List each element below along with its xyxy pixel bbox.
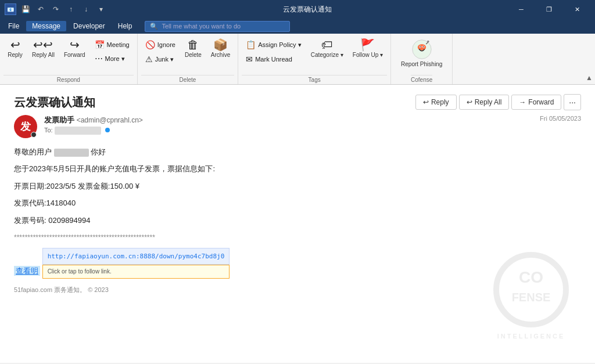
- meeting-icon: 📅: [95, 40, 105, 49]
- avatar: 发: [14, 115, 37, 138]
- archive-icon: 📦: [213, 39, 228, 51]
- customize-button[interactable]: ▾: [95, 3, 107, 15]
- mark-unread-icon: ✉: [246, 55, 253, 64]
- menu-help[interactable]: Help: [112, 21, 138, 31]
- svg-point-8: [496, 255, 566, 325]
- follow-up-icon: 🚩: [360, 39, 375, 51]
- avatar-status-dot: [31, 132, 37, 138]
- svg-text:FENSE: FENSE: [512, 291, 551, 304]
- ribbon-group-tags: 📋 Assign Policy ▾ ✉ Mark Unread 🏷 Catego…: [238, 34, 391, 84]
- email-more-button[interactable]: ···: [564, 94, 581, 110]
- more-respond-button[interactable]: ⋯ More ▾: [91, 52, 134, 65]
- archive-label: Archive: [211, 52, 230, 59]
- link-tooltip: http://fapiaoyun.com.cn:8888/down/pymo4c…: [42, 248, 230, 279]
- reply-button[interactable]: ↩ Reply: [3, 36, 27, 62]
- email-date: Fri 05/05/2023: [540, 115, 581, 122]
- search-box[interactable]: 🔍 Tell me what you want to do: [145, 21, 290, 32]
- ribbon-group-delete: 🚫 Ignore ⚠ Junk ▾ 🗑 Delete 📦 Archive Del…: [138, 34, 238, 84]
- separator: ****************************************…: [14, 232, 421, 244]
- down-button[interactable]: ↓: [80, 3, 92, 15]
- search-placeholder: Tell me what you want to do: [162, 23, 241, 30]
- ribbon: ↩ Reply ↩↩ Reply All ↪ Forward 📅 Meeting: [0, 34, 595, 85]
- assign-policy-button[interactable]: 📋 Assign Policy ▾: [242, 38, 305, 51]
- mark-unread-button[interactable]: ✉ Mark Unread: [242, 53, 305, 66]
- menu-file[interactable]: File: [2, 21, 25, 31]
- reply-all-arrow-icon: ↩: [467, 98, 472, 106]
- body-line-4: 开票日期:2023/5/5 发票金额:150.00 ¥: [14, 179, 421, 193]
- junk-icon: ⚠: [145, 55, 153, 64]
- body-line-8: 发票号码: 0209894994: [14, 214, 421, 227]
- forward-label: Forward: [64, 52, 85, 59]
- link-container: 查看明 http://fapiaoyun.com.cn:8888/down/py…: [14, 248, 421, 279]
- close-button[interactable]: ✕: [564, 0, 590, 19]
- body-line-2: 您于2023年5月5日开具的账户充值电子发票，票据信息如下:: [14, 162, 421, 175]
- email-reply-label: Reply: [431, 98, 449, 106]
- email-forward-button[interactable]: → Forward: [511, 95, 561, 110]
- redo-button[interactable]: ↷: [50, 3, 62, 15]
- delete-label: Delete: [185, 52, 202, 59]
- save-button[interactable]: 💾: [20, 3, 31, 15]
- minimize-button[interactable]: ─: [508, 0, 535, 19]
- reply-arrow-icon: ↩: [423, 98, 429, 106]
- ribbon-collapse-button[interactable]: ▲: [583, 34, 595, 84]
- titlebar: 📧 💾 ↶ ↷ ↑ ↓ ▾ 云发票确认通知 ─ ❐ ✕: [0, 0, 595, 19]
- email-reply-all-label: Reply All: [475, 98, 502, 106]
- email-body: 尊敬的用户 你好 您于2023年5月5日开具的账户充值电子发票，票据信息如下: …: [14, 145, 421, 279]
- email-reply-all-button[interactable]: ↩ Reply All: [459, 95, 510, 110]
- sender-name: 发票助手 <admin@cpnrahl.cn>: [44, 115, 533, 125]
- reply-all-button[interactable]: ↩↩ Reply All: [28, 36, 59, 62]
- avatar-initial: 发: [20, 120, 31, 134]
- junk-button[interactable]: ⚠ Junk ▾: [141, 53, 180, 66]
- menu-developer[interactable]: Developer: [67, 21, 111, 31]
- assign-policy-label: Assign Policy ▾: [258, 41, 301, 49]
- ribbon-group-cofense: Report Phishing Cofense: [391, 34, 453, 84]
- cofense-watermark-logo: CO FENSE: [490, 249, 572, 330]
- follow-up-label: Follow Up ▾: [353, 52, 383, 59]
- svg-text:CO: CO: [519, 268, 543, 286]
- reply-all-label: Reply All: [32, 52, 55, 59]
- restore-button[interactable]: ❐: [536, 0, 562, 19]
- email-view: 云发票确认通知 ↩ Reply ↩ Reply All → Forward ··…: [0, 85, 595, 363]
- window-title: 云发票确认通知: [283, 5, 332, 15]
- delete-group-label: Delete: [141, 75, 234, 83]
- email-header: 发 发票助手 <admin@cpnrahl.cn> To: Fri 05/05/…: [14, 115, 581, 138]
- forward-button[interactable]: ↪ Forward: [60, 36, 89, 62]
- body-line-0: 尊敬的用户 你好: [14, 145, 421, 158]
- up-button[interactable]: ↑: [65, 3, 77, 15]
- undo-button[interactable]: ↶: [35, 3, 46, 15]
- email-reply-button[interactable]: ↩ Reply: [415, 95, 457, 110]
- link-url[interactable]: http://fapiaoyun.com.cn:8888/down/pymo4c…: [42, 248, 230, 265]
- report-phishing-label: Report Phishing: [401, 61, 442, 68]
- categorize-label: Categorize ▾: [311, 52, 343, 59]
- menu-message[interactable]: Message: [26, 21, 66, 31]
- sender-email: <admin@cpnrahl.cn>: [77, 116, 143, 124]
- mark-unread-label: Mark Unread: [255, 56, 292, 63]
- more-icon: ⋯: [95, 54, 103, 63]
- report-phishing-button[interactable]: Report Phishing: [397, 36, 446, 71]
- link-follow-hint: Click or tap to follow link.: [42, 265, 230, 279]
- more-label: More ▾: [105, 55, 125, 63]
- delete-button[interactable]: 🗑 Delete: [181, 36, 206, 62]
- tags-group-label: Tags: [242, 75, 387, 83]
- reply-icon: ↩: [10, 39, 20, 51]
- app-icon: 📧: [5, 3, 16, 15]
- reply-all-icon: ↩↩: [33, 39, 53, 51]
- email-subject: 云发票确认通知: [14, 95, 415, 110]
- follow-up-button[interactable]: 🚩 Follow Up ▾: [349, 36, 387, 62]
- svg-point-7: [427, 41, 429, 43]
- view-link-button[interactable]: 查看明: [14, 266, 40, 276]
- ignore-label: Ignore: [157, 41, 175, 48]
- svg-point-4: [420, 46, 421, 48]
- email-actions: ↩ Reply ↩ Reply All → Forward ···: [415, 94, 581, 110]
- archive-button[interactable]: 📦 Archive: [207, 36, 234, 62]
- email-subject-bar: 云发票确认通知 ↩ Reply ↩ Reply All → Forward ··…: [14, 94, 581, 110]
- meeting-button[interactable]: 📅 Meeting: [91, 38, 134, 51]
- email-forward-label: Forward: [528, 98, 554, 106]
- forward-arrow-icon: →: [519, 98, 526, 106]
- cofense-group-label: Cofense: [411, 75, 432, 83]
- report-phishing-icon: [411, 39, 432, 60]
- respond-group-label: Respond: [3, 75, 134, 83]
- ignore-icon: 🚫: [145, 40, 155, 49]
- ignore-button[interactable]: 🚫 Ignore: [141, 38, 180, 51]
- categorize-button[interactable]: 🏷 Categorize ▾: [307, 36, 347, 62]
